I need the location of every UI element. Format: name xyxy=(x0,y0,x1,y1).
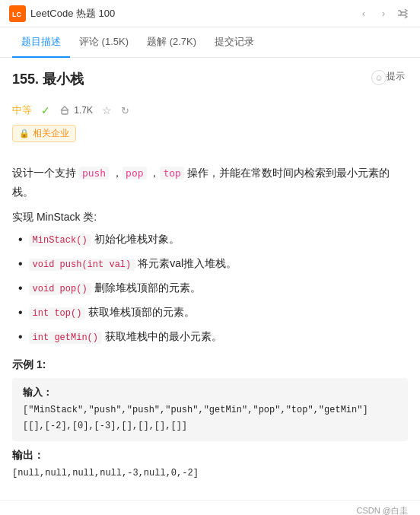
method-desc-4: 获取堆栈中的最小元素。 xyxy=(105,330,222,342)
difficulty-badge: 中等 xyxy=(12,103,32,117)
output-value: [null,null,null,null,-3,null,0,-2] xyxy=(12,466,408,481)
example-box: 输入： ["MinStack","push","push","push","ge… xyxy=(12,378,408,441)
bullet-3: • xyxy=(18,304,23,322)
method-desc-1: 将元素val推入堆栈。 xyxy=(138,257,237,269)
example-title: 示例 1: xyxy=(12,358,408,372)
bullet-2: • xyxy=(18,279,23,297)
svg-text:LC: LC xyxy=(12,11,21,18)
tab-submission[interactable]: 提交记录 xyxy=(205,27,263,58)
method-desc-0: 初始化堆栈对象。 xyxy=(94,233,180,245)
stats-row: 中等 ✓ 1.7K ☆ ↻ xyxy=(12,103,408,117)
next-button[interactable]: › xyxy=(376,6,391,21)
method-list: • MinStack() 初始化堆栈对象。 • void push(int va… xyxy=(12,230,408,346)
method-code-0: MinStack() xyxy=(29,234,91,246)
tab-discussion[interactable]: 评论 (1.5K) xyxy=(70,27,138,58)
input-line1: ["MinStack","push","push","push","getMin… xyxy=(23,402,397,418)
like-count: 1.7K xyxy=(59,105,93,116)
lc-logo-icon: LC xyxy=(9,5,26,22)
list-item: • void pop() 删除堆栈顶部的元素。 xyxy=(18,279,408,297)
method-desc-3: 获取堆栈顶部的元素。 xyxy=(88,306,195,318)
method-code-3: int top() xyxy=(29,307,86,319)
implement-label: 实现 MinStack 类: xyxy=(12,211,408,224)
lock-icon: 🔒 xyxy=(19,129,30,138)
check-icon: ✓ xyxy=(41,104,50,116)
output-section: 输出： [null,null,null,null,-3,null,0,-2] xyxy=(12,449,408,481)
list-item: • MinStack() 初始化堆栈对象。 xyxy=(18,230,408,249)
description-text: 设计一个支持 push ，pop ，top 操作，并能在常数时间内检索到最小元素… xyxy=(12,164,408,202)
tab-bar: 题目描述 评论 (1.5K) 题解 (2.7K) 提交记录 xyxy=(0,27,420,58)
method-code-2: void pop() xyxy=(29,283,91,295)
company-tag[interactable]: 🔒 相关企业 xyxy=(12,125,76,142)
svg-rect-2 xyxy=(62,110,68,114)
content-area: 提示 ☺ 155. 最小栈 中等 ✓ 1.7K ☆ ↻ 🔒 相关企业 设计一个支… xyxy=(0,58,420,494)
tab-description[interactable]: 题目描述 xyxy=(12,27,70,58)
hint-label[interactable]: 提示 xyxy=(387,70,405,83)
top-highlight: top xyxy=(160,167,183,180)
bullet-4: • xyxy=(18,328,23,346)
list-item: • void push(int val) 将元素val推入堆栈。 xyxy=(18,255,408,273)
tab-solution[interactable]: 题解 (2.7K) xyxy=(138,27,205,58)
company-tag-label: 相关企业 xyxy=(33,127,69,140)
input-line2: [[],[-2],[0],[-3],[],[],[],[]] xyxy=(23,418,397,434)
list-item: • int top() 获取堆栈顶部的元素。 xyxy=(18,304,408,322)
top-bar: LC LeetCode 热题 100 ‹ › xyxy=(0,0,420,27)
footer-watermark: CSDN @白圭 xyxy=(357,505,408,515)
hint-icon[interactable]: ☺ xyxy=(371,70,387,85)
top-bar-nav: ‹ › xyxy=(356,6,411,21)
star-icon[interactable]: ☆ xyxy=(102,104,112,116)
pop-highlight: pop xyxy=(123,167,146,180)
page-footer: CSDN @白圭 xyxy=(0,500,420,515)
refresh-icon[interactable]: ↻ xyxy=(121,105,129,116)
shuffle-button[interactable] xyxy=(396,6,411,21)
list-item: • int getMin() 获取堆栈中的最小元素。 xyxy=(18,328,408,346)
top-bar-title: LeetCode 热题 100 xyxy=(30,7,356,21)
method-code-1: void push(int val) xyxy=(29,259,135,271)
prev-button[interactable]: ‹ xyxy=(356,6,371,21)
input-label: 输入： xyxy=(23,386,397,399)
problem-title: 155. 最小栈 xyxy=(12,70,408,88)
bullet-1: • xyxy=(18,255,23,273)
output-label: 输出： xyxy=(12,449,408,463)
method-desc-2: 删除堆栈顶部的元素。 xyxy=(94,281,201,294)
bullet-0: • xyxy=(18,230,23,249)
push-highlight: push xyxy=(79,167,109,180)
method-code-4: int getMin() xyxy=(29,332,102,344)
